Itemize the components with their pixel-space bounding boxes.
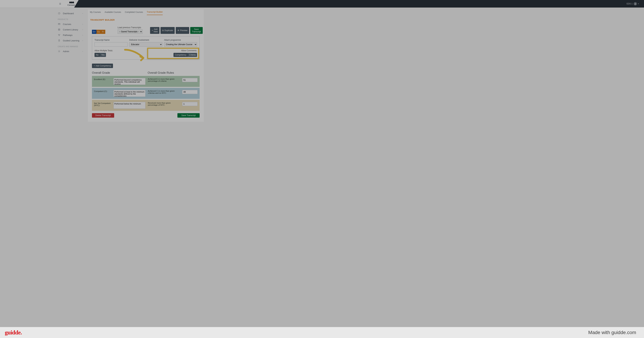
dashboard-icon (58, 12, 60, 15)
save-transcript-top-button[interactable]: Save Transcript (190, 27, 203, 34)
grade-rule-text: Received more than given percentage of N… (148, 102, 180, 106)
add-new-button[interactable]: + Add New (150, 27, 160, 34)
form-row-2: Allow Multiple Tests: No Yes (94, 50, 197, 57)
header-button-row: + Add New ⧉ Duplicate 👁 Preview Save (150, 27, 203, 34)
programme-select[interactable]: Creating the Ultimate Course (164, 42, 197, 47)
svg-point-6 (59, 36, 59, 36)
svg-point-5 (60, 34, 60, 34)
panel: En Es Fr Load previous Transcripts -- Sa… (88, 26, 204, 122)
sidebar-item-content-library[interactable]: Content Library › (56, 27, 86, 32)
btn-label: Preview (180, 29, 188, 32)
field-label: Transcript Name (94, 39, 128, 41)
language-toggle: En Es Fr (92, 30, 105, 34)
grade-description-input[interactable] (114, 78, 146, 85)
page-title: TRANSCRIPT BUILDER (88, 15, 204, 26)
caret-down-icon: ▾ (638, 3, 639, 4)
user-avatar-icon (634, 2, 637, 6)
btn-label: Add New (154, 28, 158, 33)
grade-threshold-input[interactable] (182, 90, 198, 94)
grade-description-input[interactable] (114, 90, 146, 97)
hamburger-button[interactable]: ☰ (56, 0, 64, 8)
delete-transcript-button[interactable]: Delete Transcript (92, 113, 114, 118)
tab-completed-courses[interactable]: Completed Courses (125, 10, 143, 15)
gutter-right (367, 8, 644, 338)
chevron-right-icon: › (82, 28, 85, 30)
programme-field: Attach programme Creating the Ultimate C… (164, 39, 197, 47)
overall-rules-title: Overall Grade Rules (148, 71, 200, 74)
btn-label: Save Transcript (192, 28, 201, 33)
sidebar-item-label: Admin (63, 50, 81, 53)
content-wrap: My Courses Available Courses Completed C… (86, 8, 367, 338)
top-controls: En Es Fr Load previous Transcripts -- Sa… (92, 26, 200, 34)
gutter-left (0, 8, 56, 338)
preview-button[interactable]: 👁 Preview (176, 27, 189, 34)
deliverer-select[interactable]: Educator (129, 42, 162, 47)
save-transcript-button[interactable]: Save Transcript (178, 113, 200, 118)
duplicate-button[interactable]: ⧉ Duplicate (160, 27, 175, 34)
footer-buttons: Delete Transcript Save Transcript (92, 113, 200, 118)
plus-icon: + (152, 29, 153, 32)
content: My Courses Available Courses Completed C… (88, 9, 204, 122)
allow-comments-toggle: Competency Criteria (174, 53, 197, 57)
comments-competency-button[interactable]: Competency (174, 53, 188, 57)
user-menu[interactable]: EDS 1 ▾ (626, 2, 639, 6)
transcript-form: Transcript Name Deliverer Involvement Ed… (92, 36, 200, 60)
chevron-right-icon: › (82, 50, 85, 52)
grade-threshold-input[interactable] (182, 102, 198, 106)
svg-point-0 (635, 3, 636, 4)
lang-es-button[interactable]: Es (96, 30, 101, 34)
field-label: Deliverer Involvement (129, 39, 162, 41)
eye-icon: 👁 (178, 29, 180, 32)
grade-row-excellent: Excellent (E): Achieved E in more than g… (92, 76, 200, 87)
chevron-right-icon: › (82, 12, 85, 14)
grade-description-input[interactable] (114, 102, 146, 109)
page-body: Dashboard › PRODUCTS Courses › Content L… (0, 8, 644, 338)
tab-my-courses[interactable]: My Courses (90, 10, 101, 15)
grade-threshold-input[interactable] (182, 78, 198, 82)
callout-arrow-icon (123, 48, 147, 65)
deliverer-field: Deliverer Involvement Educator (129, 39, 162, 47)
transcript-name-input[interactable] (94, 42, 128, 47)
load-previous-label: Load previous Transcripts (118, 26, 142, 29)
grade-label: Not Yet Competent (NYC): (94, 102, 111, 106)
allow-comments-highlight: Allow Comments: Competency Criteria (147, 48, 199, 59)
comments-criteria-button[interactable]: Criteria (188, 53, 197, 57)
pathways-icon (58, 34, 60, 36)
saved-transcripts-select[interactable]: -- Saved Transcripts -- (118, 30, 142, 34)
transcript-name-field: Transcript Name (94, 39, 128, 47)
field-label: Attach programme (164, 39, 197, 41)
multi-yes-button[interactable]: Yes (100, 53, 106, 57)
tabs: My Courses Available Courses Completed C… (88, 9, 204, 15)
lang-fr-button[interactable]: Fr (101, 30, 105, 34)
svg-rect-3 (58, 29, 60, 30)
hamburger-icon: ☰ (59, 2, 61, 5)
sidebar-group-products: PRODUCTS (56, 16, 86, 21)
sidebar-item-dashboard[interactable]: Dashboard › (56, 10, 86, 16)
overall-grade-title: Overall Grade (92, 71, 144, 74)
gear-icon (58, 50, 60, 53)
sidebar-group-create: CREATE AND MANAGE (56, 43, 86, 48)
chevron-right-icon: › (82, 40, 85, 42)
allow-comments-block: Allow Comments: Competency Criteria (149, 50, 197, 57)
sidebar-item-guided-learning[interactable]: Guided Learning › (56, 38, 86, 43)
grade-label: Competent (C): (94, 90, 111, 92)
grade-label: Excellent (E): (94, 78, 111, 80)
sidebar-item-pathways[interactable]: Pathways › (56, 32, 86, 38)
guided-icon (58, 39, 60, 42)
tab-available-courses[interactable]: Available Courses (104, 10, 121, 15)
sidebar-item-admin[interactable]: Admin › (56, 48, 86, 54)
grade-rule-text: Achieved E in more than given percentage… (148, 78, 180, 82)
sidebar-item-courses[interactable]: Courses › (56, 21, 86, 27)
tab-transcript-builder[interactable]: Transcript Builder (147, 9, 163, 15)
btn-label: Duplicate (164, 29, 173, 32)
svg-point-4 (58, 34, 58, 34)
guidde-bar: guidde. Made with guidde.com (0, 327, 644, 338)
user-name: EDS 1 (626, 2, 632, 5)
allow-multi-toggle: No Yes (94, 53, 106, 57)
multi-no-button[interactable]: No (94, 53, 100, 57)
lang-en-button[interactable]: En (92, 30, 96, 34)
topbar-spacer (0, 0, 56, 8)
library-icon (58, 28, 60, 31)
add-competency-button[interactable]: + Add Competency (92, 64, 113, 68)
field-label: Allow Multiple Tests: (94, 50, 113, 52)
